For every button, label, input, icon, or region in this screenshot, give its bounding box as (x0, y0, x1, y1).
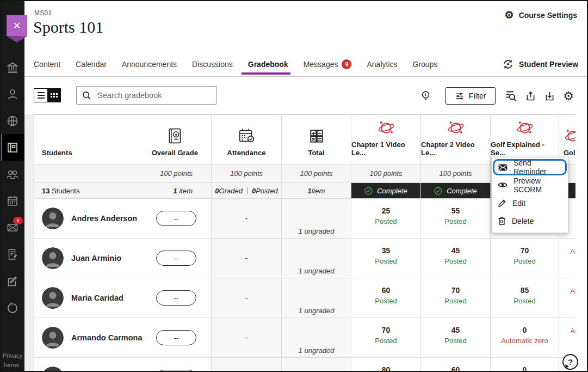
list-view-button[interactable] (34, 89, 47, 102)
column-header-attendance[interactable]: Attendance (212, 115, 282, 164)
doc-search-icon (504, 89, 517, 102)
column-header-chapter2[interactable]: Chapter 2 Video Le... (421, 115, 491, 164)
privacy-link[interactable]: Privacy (3, 351, 23, 361)
close-course-button[interactable]: ✕ (7, 15, 27, 36)
overflow-grade-cell[interactable]: Automatic zero (559, 278, 575, 318)
sidebar-item-courses[interactable] (0, 134, 24, 161)
overflow-grade-cell[interactable]: Automatic zero (559, 239, 575, 278)
sidebar-item-institution[interactable] (0, 54, 24, 81)
chapter1-grade-cell[interactable]: 80 (351, 358, 421, 372)
total-grade-cell[interactable]: 1 ungraded (282, 199, 351, 238)
tab-calendar[interactable]: Calendar (76, 52, 107, 76)
sidebar-item-community[interactable] (0, 161, 24, 187)
accessibility-indicator-button[interactable] (421, 90, 430, 102)
tab-messages[interactable]: Messages 9 (304, 52, 352, 76)
column-header-overall-grade[interactable]: Overall Grade (152, 127, 198, 157)
chapter1-grade-cell[interactable]: 60 Posted (351, 278, 421, 318)
scorm-orbit-icon (516, 118, 534, 137)
menu-item-edit[interactable]: Edit (492, 194, 568, 212)
view-toggle[interactable] (34, 88, 61, 102)
gradebook-toolbar: Filter (24, 77, 588, 115)
golf-grade-cell[interactable]: 0 (491, 358, 559, 372)
tab-content[interactable]: Content (34, 52, 60, 76)
overall-grade-pill[interactable]: -- (156, 290, 196, 306)
golf-grade-cell[interactable]: 85 Posted (491, 278, 559, 318)
search-records-button[interactable] (504, 89, 517, 102)
attendance-grade-cell[interactable]: - (212, 199, 282, 238)
chapter1-grade-cell[interactable]: 70 Posted (351, 318, 421, 357)
student-name[interactable]: Armando Carmona (71, 333, 143, 342)
tab-discussions[interactable]: Discussions (192, 52, 233, 76)
chapter1-grade-cell[interactable]: 35 Posted (351, 239, 421, 278)
golf-grade-cell[interactable]: 0 Automatic zero (491, 318, 559, 357)
chapter2-grade-cell[interactable]: 60 (421, 358, 491, 372)
sidebar-item-organizations[interactable] (0, 107, 24, 134)
attendance-grade-cell[interactable]: - (212, 278, 282, 318)
student-preview-button[interactable]: Student Preview (502, 52, 578, 76)
sidebar-item-messages[interactable]: 1 (0, 214, 24, 241)
tab-analytics[interactable]: Analytics (367, 52, 397, 76)
students-count-cell: 13 Students 1 item (34, 183, 212, 198)
search-input[interactable] (96, 90, 211, 100)
filter-button[interactable]: Filter (445, 87, 496, 105)
golf-grade-cell[interactable]: 70 Posted (491, 239, 559, 278)
sidebar-item-grades[interactable] (0, 241, 24, 267)
sidebar-item-calendar[interactable] (0, 187, 24, 214)
chapter1-grade-cell[interactable]: 25 Posted (351, 199, 421, 238)
menu-item-send-reminder[interactable]: Send Reminder (493, 159, 567, 175)
total-grade-cell[interactable] (282, 358, 351, 372)
avatar (42, 367, 64, 372)
student-name[interactable]: Andres Anderson (71, 214, 137, 223)
trash-icon (498, 216, 506, 225)
scorm-orbit-icon (564, 126, 575, 145)
calculator-icon (308, 127, 325, 145)
total-grade-cell[interactable]: 1 ungraded (282, 278, 351, 318)
course-settings-button[interactable]: ⚙ Course Settings (505, 10, 577, 20)
student-cell: Juan Arminio -- (34, 239, 212, 278)
sidebar-item-signout[interactable] (0, 294, 24, 321)
upload-button[interactable] (525, 90, 536, 102)
avatar (42, 287, 64, 309)
total-grade-cell[interactable]: 1 ungraded (282, 318, 351, 357)
menu-item-delete[interactable]: Delete (492, 212, 568, 230)
attendance-grade-cell[interactable] (212, 358, 282, 372)
column-header-total[interactable]: Total (282, 115, 351, 164)
terms-link[interactable]: Terms (3, 361, 23, 370)
gradebook-search[interactable] (76, 86, 217, 105)
overall-grade-pill[interactable]: -- (156, 330, 196, 345)
student-name[interactable]: Maria Caridad (71, 294, 123, 302)
course-tabbar: Content Calendar Announcements Discussio… (24, 52, 588, 77)
global-nav-sidebar: 1 Privacy Terms (0, 0, 24, 372)
student-name[interactable]: Juan Arminio (71, 254, 121, 263)
overflow-grade-cell[interactable]: Automatic zero (559, 318, 575, 357)
chapter2-grade-cell[interactable]: 45 Posted (421, 239, 491, 278)
column-header-chapter1[interactable]: Chapter 1 Video Le... (351, 115, 421, 164)
grid-view-button[interactable] (47, 89, 60, 102)
sidebar-item-profile[interactable] (0, 81, 24, 107)
help-button[interactable]: ? (562, 354, 578, 370)
envelope-icon (498, 164, 507, 171)
points-cell: 100 points (421, 164, 491, 182)
gradebook-settings-button[interactable]: ⚙ (563, 91, 574, 101)
tab-announcements[interactable]: Announcements (122, 52, 177, 76)
filter-label: Filter (469, 92, 486, 100)
chapter2-grade-cell[interactable]: 55 Posted (421, 199, 491, 238)
overall-grade-pill[interactable]: -- (156, 251, 196, 266)
grades-icon (6, 248, 19, 261)
attendance-grade-cell[interactable]: - (212, 318, 282, 357)
download-button[interactable] (544, 90, 555, 102)
check-circle-icon (364, 187, 373, 195)
total-grade-cell[interactable]: 1 ungraded (282, 239, 351, 278)
menu-item-preview-scorm[interactable]: Preview SCORM (492, 176, 568, 194)
chapter2-grade-cell[interactable]: 45 Posted (421, 318, 491, 357)
sidebar-item-tools[interactable] (0, 267, 24, 294)
column-context-menu: Send Reminder Preview SCORM Edit Delete (491, 157, 568, 233)
column-header-students[interactable]: Students (42, 149, 72, 157)
chapter2-grade-cell[interactable]: 70 Posted (421, 278, 491, 318)
scorm-orbit-icon (377, 118, 395, 137)
overall-grade-pill[interactable]: -- (156, 370, 196, 372)
attendance-grade-cell[interactable]: - (212, 239, 282, 278)
tab-groups[interactable]: Groups (413, 52, 438, 76)
tab-gradebook[interactable]: Gradebook (248, 52, 288, 76)
overall-grade-pill[interactable]: -- (156, 211, 196, 226)
